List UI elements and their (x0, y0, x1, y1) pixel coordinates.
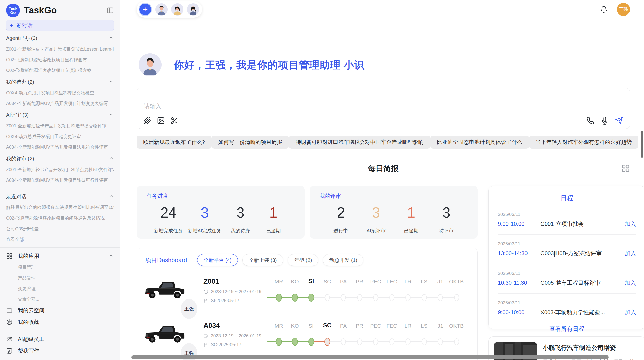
milestone-label: OKTB (448, 279, 465, 285)
suggestion-chip[interactable]: 比亚迪全固态电池计划具体说了什么 (430, 136, 529, 149)
milestone-dot (438, 294, 443, 301)
sidebar-item-drawing[interactable]: 创意制图 (6, 357, 114, 360)
chevron-up-icon[interactable] (108, 35, 114, 42)
project-filter-tab[interactable]: 全新上装 (3) (242, 254, 283, 266)
milestone-label: MR (270, 323, 288, 329)
stat-value: 2 (327, 204, 355, 221)
schedule-time: 9:00-10:00 (498, 309, 540, 316)
project-dates: 2023-12-19 ~ 2027-01-19 (203, 289, 267, 294)
sidebar-task-item[interactable]: C0X4-动力总成开发项目SI里程碑提交物检查 (6, 87, 114, 98)
send-icon[interactable] (615, 117, 623, 125)
avatar[interactable] (187, 3, 199, 16)
schedule-view-all-link[interactable]: 查看所有日程 (498, 325, 636, 333)
milestone-label: LR (399, 279, 417, 285)
my-apps-subitem[interactable]: 产品管理 (6, 273, 114, 283)
collapse-sidebar-icon[interactable] (106, 7, 114, 14)
sidebar-task-item[interactable]: C0X4-动力总成开发项目工程变更评审 (6, 131, 114, 142)
schedule-date: 2025/03/11 (498, 241, 636, 247)
briefing-layout-icon[interactable] (621, 164, 630, 173)
greeting-text: 你好，王强，我是你的项目管理助理 小识 (174, 58, 364, 72)
sidebar-task-item[interactable]: A034-全新新能源MUV产品开发项目造型可行性评审 (6, 175, 114, 186)
sidebar-task-item[interactable]: Z001-全新燃油轻卡产品开发项目SI节点属性5D文件评审 (6, 164, 114, 175)
recent-chats-view-all[interactable]: 查看全部... (6, 234, 114, 245)
voice-call-icon[interactable] (586, 117, 594, 125)
chevron-up-icon[interactable] (108, 253, 114, 260)
screenshot-scissors-icon[interactable] (170, 117, 178, 125)
sidebar-task-item[interactable]: C02-飞腾新能源轻客改款项目里程碑画布 (6, 54, 114, 65)
attach-image-icon[interactable] (157, 117, 165, 125)
suggestion-chip[interactable]: 欧洲新规最近颁布了什么? (137, 136, 212, 149)
chevron-up-icon[interactable] (108, 193, 114, 200)
project-dates-text: 2023-12-19 ~ 2027-01-19 (211, 289, 261, 294)
project-row[interactable]: 王强Z0012023-12-19 ~ 2027-01-19SI-2025-05-… (143, 277, 471, 310)
project-filter-tab[interactable]: 年型 (2) (288, 254, 318, 266)
recent-chat-item[interactable]: C02-飞腾新能源轻客改款项目的闭环通告反馈情况 (6, 213, 114, 223)
sidebar-task-item[interactable]: C02-飞腾新能源轻客改款项目立项汇报方案 (6, 65, 114, 76)
vertical-scrollbar[interactable] (641, 131, 643, 158)
my-apps-subitem[interactable]: 变更管理 (6, 283, 114, 294)
sidebar-item-cloud-space[interactable]: 我的云空间 (6, 305, 114, 316)
project-info: Z0012023-12-19 ~ 2027-01-19SI-2025-05-17 (203, 277, 267, 310)
add-conversation-button[interactable]: + (139, 3, 152, 16)
milestone-label: PR (351, 279, 369, 285)
user-avatar[interactable]: 王强 (617, 3, 630, 16)
schedule-row: 9:00-10:00C001-立项审批会加入 (498, 220, 636, 228)
project-filter-tab[interactable]: 动总开发 (1) (323, 254, 363, 266)
new-chat-label: 新对话 (17, 22, 33, 29)
sidebar-task-item[interactable]: Z001-全新燃油轻卡产品开发项目SI造型提交物评审 (6, 121, 114, 131)
new-chat-button[interactable]: + 新对话 (6, 20, 114, 31)
chevron-up-icon[interactable] (108, 112, 114, 118)
sidebar-task-item[interactable]: A034-全新新能源MUV产品开发项目法规符合性评审 (6, 142, 114, 153)
notifications-bell-icon[interactable] (600, 6, 608, 13)
stat-item: 2进行中 (327, 204, 355, 234)
sidebar-task-item[interactable]: Z001-全新燃油皮卡产品开发项目SI节点Lesson Learn报告 (6, 44, 114, 54)
project-dates-text: 2023-12-19 ~ 2026-01-19 (211, 333, 261, 339)
cloud-space-icon (6, 307, 13, 314)
project-image: 王强 (143, 277, 194, 310)
schedule-item: 2025/03/1113:00-14:30C003|H0B-方案冻结评审加入 (498, 241, 636, 257)
avatar[interactable] (155, 3, 168, 16)
recent-chat-item[interactable]: 解释最新出台的欧盟报废车法规再生塑料比例被调至15%... (6, 202, 114, 213)
project-row[interactable]: 王强A0342023-12-19 ~ 2026-01-19SC-2025-05-… (143, 321, 471, 354)
recent-chat-item[interactable]: 公司Q3轻卡销量 (6, 223, 114, 234)
favorites-icon (6, 319, 13, 325)
briefing-header: 每日简报 (137, 163, 630, 174)
schedule-join-link[interactable]: 加入 (625, 279, 636, 287)
sidebar-section-title: 我的评审 (2) (6, 153, 114, 164)
schedule-join-link[interactable]: 加入 (625, 309, 636, 316)
chat-input[interactable] (144, 102, 548, 118)
sidebar-item-writing[interactable]: 帮我写作 (6, 345, 114, 357)
my-apps-subitem[interactable]: 项目管理 (6, 262, 114, 273)
chevron-up-icon[interactable] (108, 155, 114, 162)
recent-chats-title-label: 最近对话 (6, 193, 26, 200)
chevron-up-icon[interactable] (108, 79, 114, 85)
sidebar-item-my-apps[interactable]: 我的应用 (6, 250, 114, 262)
stat-value: 1 (259, 204, 287, 221)
schedule-join-link[interactable]: 加入 (625, 250, 636, 257)
suggestion-chip[interactable]: 当下年轻人对汽车外观有怎样的喜好趋势 (529, 136, 638, 149)
stat-label: 待评审 (432, 228, 460, 234)
sidebar-item-favorites[interactable]: 我的收藏 (6, 316, 114, 328)
milestone-label: FEC (383, 323, 401, 329)
stats-columns: 2进行中3AI预评审1已逾期3待评审 (320, 204, 467, 234)
attach-file-icon[interactable] (143, 117, 151, 125)
my-apps-subitem[interactable]: 查看全部... (6, 294, 114, 305)
microphone-icon[interactable] (601, 117, 609, 125)
stats-columns: 24新增完成任务3新增AI完成任务3我的待办1已逾期 (147, 204, 295, 234)
stat-label: 已逾期 (397, 228, 425, 234)
suggestion-chip[interactable]: 如何写一份清晰的项目周报 (212, 136, 289, 149)
avatar[interactable] (171, 3, 183, 16)
project-code: A034 (203, 322, 267, 330)
project-flag: SC-2025-05-17 (203, 342, 267, 348)
ai-staff-icon (6, 336, 13, 342)
project-filter-tab[interactable]: 全新平台 (4) (197, 254, 238, 266)
suggestion-chip[interactable]: 特朗普可能对进口汽车增税会对中国车企造成哪些影响 (289, 136, 430, 149)
sidebar-task-item[interactable]: A034-全新新能源MUV产品开发项目计划变更表编写 (6, 98, 114, 109)
horizontal-scrollbar[interactable] (131, 355, 609, 359)
schedule-join-link[interactable]: 加入 (625, 220, 636, 228)
sidebar-divider (0, 188, 120, 188)
sidebar-item-ai-staff[interactable]: AI超级员工 (6, 333, 114, 345)
topbar-right: 王强 (600, 3, 630, 16)
schedule-meeting-name: C005-整车工程目标评审 (540, 279, 625, 287)
left-column: 任务进度24新增完成任务3新增AI完成任务3我的待办1已逾期我的评审2进行中3A… (137, 186, 478, 360)
